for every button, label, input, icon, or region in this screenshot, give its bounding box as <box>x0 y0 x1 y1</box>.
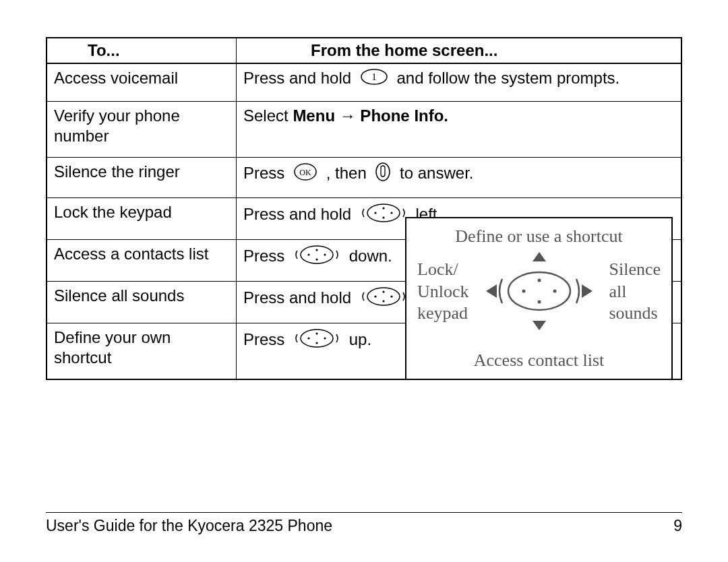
svg-point-31 <box>537 279 541 282</box>
one-key-icon: 1 <box>360 68 388 90</box>
svg-point-22 <box>315 333 317 335</box>
svg-rect-5 <box>381 166 385 177</box>
inset-top-label: Define or use a shortcut <box>406 226 671 247</box>
svg-point-21 <box>301 330 333 347</box>
action-text: up. <box>344 330 371 348</box>
svg-point-24 <box>307 338 309 340</box>
action-bold-text: Menu → Phone Info. <box>293 106 448 125</box>
row-action: Press OK , then to answer. <box>237 158 682 198</box>
nav-key-icon <box>360 202 407 228</box>
svg-point-6 <box>367 204 400 222</box>
inset-right-label: Silenceallsounds <box>609 259 661 325</box>
svg-point-15 <box>324 254 326 256</box>
row-to: Silence the ringer <box>47 158 237 198</box>
inset-left-label: Lock/Unlockkeypad <box>417 259 469 325</box>
action-text: Press and hold <box>243 205 356 223</box>
header-from: From the home screen... <box>237 38 682 63</box>
svg-point-34 <box>553 290 556 293</box>
svg-point-18 <box>382 301 384 303</box>
action-text: Press and hold <box>243 288 356 307</box>
svg-marker-27 <box>533 321 546 330</box>
footer-title: User's Guide for the Kyocera 2325 Phone <box>46 517 332 535</box>
svg-point-7 <box>382 208 384 210</box>
action-text: , then <box>322 164 371 182</box>
ok-key-icon: OK <box>293 162 317 186</box>
svg-point-9 <box>374 212 376 214</box>
svg-point-11 <box>301 246 333 263</box>
action-text: Press <box>243 330 289 348</box>
phone-key-icon <box>375 162 391 187</box>
row-to: Lock the keypad <box>47 198 237 240</box>
svg-point-20 <box>390 296 392 298</box>
svg-point-23 <box>315 342 317 344</box>
row-to: Silence all sounds <box>47 282 237 323</box>
nav-key-icon <box>293 327 340 354</box>
action-text: to answer. <box>395 164 473 182</box>
svg-text:1: 1 <box>371 71 377 82</box>
table-row: Silence the ringerPress OK , then to ans… <box>47 158 681 198</box>
row-to: Verify your phone number <box>47 102 237 158</box>
row-to: Define your own shortcut <box>47 323 237 380</box>
page-footer: User's Guide for the Kyocera 2325 Phone … <box>46 512 682 535</box>
svg-text:OK: OK <box>299 168 311 177</box>
svg-point-16 <box>367 288 400 305</box>
svg-marker-29 <box>582 284 593 298</box>
action-text: Select <box>243 106 293 125</box>
svg-point-10 <box>390 212 392 214</box>
svg-marker-28 <box>486 284 497 298</box>
row-to: Access a contacts list <box>47 240 237 282</box>
svg-point-19 <box>374 296 376 298</box>
nav-key-icon <box>293 244 340 270</box>
svg-point-32 <box>537 301 541 304</box>
svg-point-8 <box>382 217 384 219</box>
svg-point-33 <box>522 290 525 293</box>
action-text: Press <box>243 164 289 182</box>
header-to: To... <box>47 38 237 63</box>
svg-point-30 <box>508 272 570 310</box>
action-text: Press and hold <box>243 69 356 87</box>
action-text: and follow the system prompts. <box>392 69 619 87</box>
inset-bottom-label: Access contact list <box>406 350 671 371</box>
svg-marker-26 <box>533 252 546 261</box>
nav-key-large-icon <box>482 251 597 334</box>
svg-point-12 <box>315 249 317 251</box>
nav-key-diagram: Define or use a shortcut Lock/Unlockkeyp… <box>405 217 673 380</box>
table-row: Access voicemailPress and hold 1 and fol… <box>47 63 681 102</box>
svg-point-14 <box>307 254 309 256</box>
row-action: Select Menu → Phone Info. <box>237 102 682 158</box>
row-to: Access voicemail <box>47 63 237 102</box>
svg-point-13 <box>315 259 317 261</box>
row-action: Press and hold 1 and follow the system p… <box>237 63 682 102</box>
action-text: Press <box>243 247 289 265</box>
svg-point-17 <box>382 291 384 293</box>
table-row: Verify your phone numberSelect Menu → Ph… <box>47 102 681 158</box>
nav-key-icon <box>360 286 407 312</box>
footer-page: 9 <box>673 517 682 535</box>
action-text: down. <box>344 247 392 265</box>
svg-point-25 <box>324 338 326 340</box>
